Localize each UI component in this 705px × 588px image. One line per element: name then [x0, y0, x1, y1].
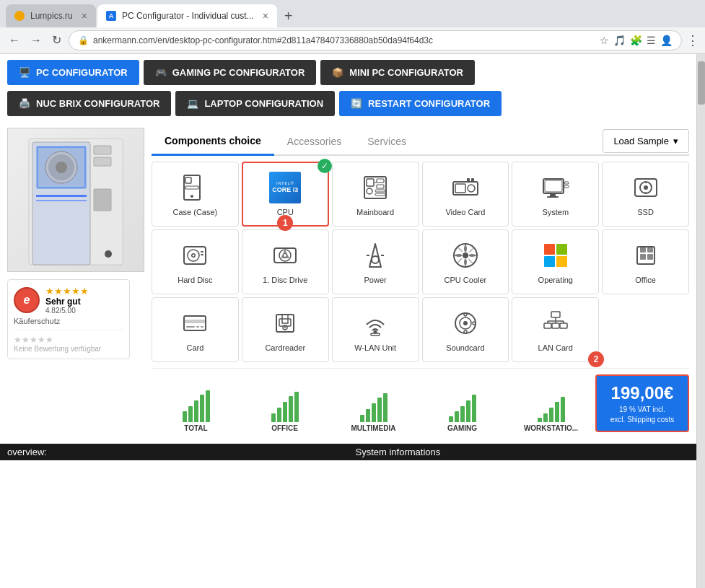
- obar3: [283, 402, 287, 422]
- svg-rect-75: [371, 333, 380, 335]
- gaming-configurator-button[interactable]: 🎮 GAMING PC CONFIGURATOR: [144, 60, 317, 85]
- back-button[interactable]: ←: [6, 32, 23, 49]
- svg-rect-19: [367, 179, 374, 186]
- wbar2: [543, 413, 548, 422]
- reload-button[interactable]: ↻: [49, 32, 64, 49]
- nuc-icon: 🖨️: [19, 98, 30, 109]
- gbar3: [460, 406, 465, 422]
- card-label: Card: [186, 343, 203, 352]
- extension1-icon[interactable]: 🎵: [613, 35, 626, 46]
- obar2: [277, 408, 281, 422]
- svg-rect-10: [94, 146, 111, 154]
- svg-rect-83: [544, 323, 551, 328]
- svg-rect-63: [640, 254, 646, 260]
- svg-rect-69: [201, 326, 203, 328]
- svg-rect-11: [94, 157, 111, 166]
- forward-button[interactable]: →: [27, 32, 45, 49]
- svg-rect-84: [552, 323, 559, 328]
- laptop-configurator-button[interactable]: 💻 LAPTOP CONFIGURATION: [175, 91, 335, 116]
- svg-point-73: [284, 327, 286, 328]
- pc-configurator-button[interactable]: 🖥️ PC CONFIGURATOR: [7, 60, 139, 85]
- perf-office-label: OFFICE: [271, 424, 298, 432]
- perf-gaming: GAMING: [418, 386, 507, 432]
- hdd-icon: [179, 240, 211, 271]
- mini-configurator-button[interactable]: 📦 MINI PC CONFIGURATOR: [320, 60, 475, 85]
- component-hdd[interactable]: Hard Disc: [152, 229, 239, 294]
- component-card[interactable]: Card: [152, 297, 239, 362]
- mini-label: MINI PC CONFIGURATOR: [349, 67, 463, 78]
- component-mainboard[interactable]: Mainboard: [332, 162, 419, 227]
- svg-rect-24: [375, 190, 385, 192]
- cpu-checkmark: ✓: [318, 159, 332, 173]
- component-disc[interactable]: 1. Disc Drive: [242, 229, 329, 294]
- svg-rect-61: [640, 247, 646, 253]
- component-cooler[interactable]: CPU Cooler: [422, 229, 509, 294]
- lancard-icon: [540, 307, 572, 339]
- tab-accessories[interactable]: Accessories: [274, 128, 354, 154]
- mbar2: [366, 409, 370, 422]
- lancard-label: LAN Card: [538, 343, 573, 352]
- svg-point-51: [372, 256, 379, 263]
- component-ssd[interactable]: SSD: [602, 162, 689, 227]
- component-case[interactable]: Case (Case): [152, 162, 239, 227]
- card-icon: [179, 307, 211, 339]
- scrollbar-thumb[interactable]: [698, 61, 705, 105]
- avatar-icon[interactable]: 👤: [660, 35, 673, 46]
- nuc-configurator-button[interactable]: 🖨️ NUC BRIX CONFIGURATOR: [7, 91, 171, 116]
- component-cpu[interactable]: ✓ 1 INTEL® CORE i3 CPU: [242, 162, 329, 227]
- perf-total: TOTAL: [152, 386, 240, 432]
- svg-point-39: [644, 185, 648, 190]
- ssd-label: SSD: [637, 208, 654, 216]
- tab-lumpics[interactable]: Lumpics.ru ×: [6, 4, 96, 27]
- component-cardreader[interactable]: Cardreader: [242, 297, 329, 362]
- browser-menu-button[interactable]: ⋮: [686, 32, 699, 48]
- component-office[interactable]: Office: [602, 229, 689, 294]
- bar3: [194, 400, 198, 422]
- extension2-icon[interactable]: 🧩: [630, 35, 642, 46]
- perf-multimedia-bars: [360, 386, 387, 422]
- perf-office: OFFICE: [240, 386, 329, 432]
- new-tab-button[interactable]: +: [279, 8, 299, 25]
- svg-rect-58: [544, 256, 555, 267]
- perf-total-bars: [183, 386, 210, 422]
- cooler-label: CPU Cooler: [445, 276, 487, 284]
- obar4: [289, 396, 293, 422]
- svg-rect-27: [455, 184, 465, 193]
- restart-label: RESTART CONFIGURATOR: [368, 98, 490, 109]
- svg-point-23: [367, 188, 372, 194]
- component-power[interactable]: Power: [332, 229, 419, 294]
- load-sample-button[interactable]: Load Sample ▾: [603, 129, 689, 153]
- component-wlan[interactable]: W-LAN Unit: [332, 297, 419, 362]
- svg-rect-20: [377, 179, 384, 183]
- mbar1: [360, 415, 364, 422]
- bookmark-icon[interactable]: ☆: [600, 35, 609, 46]
- component-lancard[interactable]: 2: [512, 297, 599, 362]
- tab1-close[interactable]: ×: [82, 11, 87, 21]
- svg-rect-85: [560, 323, 567, 328]
- tab-configurator-title: PC Configurator - Individual cust...: [122, 11, 254, 21]
- perf-gaming-label: GAMING: [447, 424, 477, 432]
- tab-components-choice[interactable]: Components choice: [152, 128, 274, 156]
- component-soundcard[interactable]: Soundcard: [422, 297, 509, 362]
- svg-rect-30: [471, 178, 474, 182]
- tab-services[interactable]: Services: [354, 128, 419, 154]
- svg-point-7: [56, 162, 67, 173]
- svg-rect-62: [647, 247, 653, 253]
- component-grid: Case (Case) ✓ 1 INTEL® CORE i3 CPU: [152, 156, 689, 368]
- scrollbar[interactable]: [696, 54, 705, 588]
- laptop-label: LAPTOP CONFIGURATION: [204, 98, 323, 109]
- sync-icon[interactable]: ☰: [647, 35, 656, 46]
- case-icon: [179, 172, 211, 203]
- perf-multimedia-label: MULTIMEDIA: [351, 424, 395, 432]
- component-videocard[interactable]: Video Card: [422, 162, 509, 227]
- bottom-sysinfo: System informations: [341, 447, 690, 457]
- component-os[interactable]: Operating: [512, 229, 599, 294]
- svg-point-28: [468, 185, 475, 192]
- tab2-close[interactable]: ×: [263, 11, 268, 21]
- cooler-icon: [450, 240, 481, 271]
- svg-point-79: [464, 313, 467, 316]
- component-system[interactable]: System: [512, 162, 599, 227]
- svg-point-13: [105, 250, 112, 258]
- tab-configurator[interactable]: A PC Configurator - Individual cust... ×: [97, 4, 277, 27]
- restart-configurator-button[interactable]: 🔄 RESTART CONFIGURATOR: [339, 91, 502, 116]
